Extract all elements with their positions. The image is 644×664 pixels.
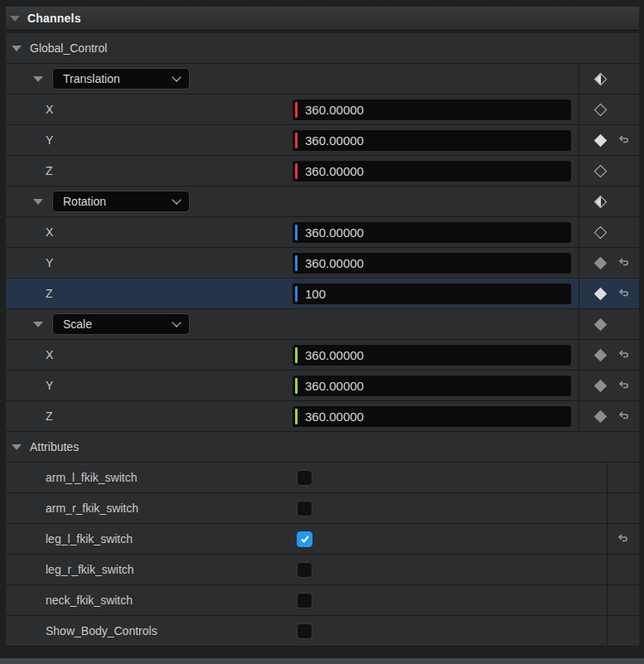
channel-row-scale-x[interactable]: X xyxy=(6,340,639,371)
reset-cell xyxy=(607,555,639,584)
channel-row-translation-x[interactable]: X xyxy=(6,95,639,125)
collapse-arrow-icon[interactable] xyxy=(12,444,22,450)
collapse-arrow-icon[interactable] xyxy=(33,322,43,327)
group-row-attributes[interactable]: Attributes xyxy=(6,432,639,463)
collapse-arrow-icon[interactable] xyxy=(12,46,22,51)
channel-color-bar xyxy=(295,378,298,394)
value-field[interactable] xyxy=(292,252,572,274)
channel-row-scale-z[interactable]: Z xyxy=(6,401,639,432)
keyframe-diamond-icon[interactable] xyxy=(594,317,608,331)
checkbox[interactable] xyxy=(297,562,312,578)
attribute-row-leg-l-fkik-switch[interactable]: leg_l_fkik_switch xyxy=(6,524,639,555)
keyframe-diamond-icon[interactable] xyxy=(594,195,608,208)
channel-row-scale-y[interactable]: Y xyxy=(6,371,639,401)
keyframe-cell xyxy=(579,187,639,216)
channel-color-bar xyxy=(295,255,298,271)
group-row-global-control[interactable]: Global_Control xyxy=(6,33,639,64)
collapse-arrow-icon[interactable] xyxy=(33,76,43,82)
value-input[interactable] xyxy=(305,164,537,178)
value-input[interactable] xyxy=(305,287,537,301)
channel-row-rotation-x[interactable]: X xyxy=(6,217,639,248)
group-label: Global_Control xyxy=(30,41,107,55)
chevron-down-icon xyxy=(172,317,181,327)
group-label: Attributes xyxy=(30,440,79,453)
keyframe-diamond-icon[interactable] xyxy=(594,133,608,147)
keyframe-diamond-icon[interactable] xyxy=(594,410,608,423)
checkbox[interactable] xyxy=(297,501,312,516)
reset-cell xyxy=(607,524,639,554)
panel-title: Channels xyxy=(27,12,81,25)
value-input[interactable] xyxy=(305,348,537,362)
checkbox[interactable] xyxy=(297,470,312,486)
value-field[interactable] xyxy=(292,375,572,397)
checkbox[interactable] xyxy=(297,531,312,547)
keyframe-diamond-icon[interactable] xyxy=(594,256,608,269)
reset-icon[interactable] xyxy=(617,135,631,145)
channel-color-bar xyxy=(295,102,298,118)
reset-icon[interactable] xyxy=(617,380,631,390)
translation-header-row[interactable]: Translation xyxy=(6,64,639,95)
rotation-header-row[interactable]: Rotation xyxy=(6,187,639,217)
keyframe-cell xyxy=(579,371,639,400)
value-input[interactable] xyxy=(305,379,537,393)
reset-icon[interactable] xyxy=(617,288,631,298)
attribute-row-show-body-controls[interactable]: Show_Body_Controls xyxy=(6,616,639,647)
channels-section-header[interactable]: Channels xyxy=(6,7,639,31)
value-field[interactable] xyxy=(292,99,572,121)
reset-icon[interactable] xyxy=(617,258,631,268)
channels-panel: Channels Global_Control Translation X xyxy=(0,0,644,664)
chevron-down-icon xyxy=(172,72,181,81)
value-field[interactable] xyxy=(292,221,572,244)
value-input[interactable] xyxy=(305,410,537,424)
horizontal-scrollbar[interactable] xyxy=(0,658,644,664)
axis-label: Y xyxy=(6,256,292,269)
reset-icon[interactable] xyxy=(617,534,630,544)
value-input[interactable] xyxy=(305,133,537,148)
keyframe-cell xyxy=(579,309,639,339)
keyframe-diamond-icon[interactable] xyxy=(594,164,608,177)
channel-row-translation-z[interactable]: Z xyxy=(6,156,639,187)
value-input[interactable] xyxy=(305,225,537,240)
value-field[interactable] xyxy=(292,283,572,305)
value-input[interactable] xyxy=(305,103,537,117)
keyframe-diamond-icon[interactable] xyxy=(594,103,608,116)
channel-row-rotation-z[interactable]: Z xyxy=(6,279,639,309)
keyframe-cell xyxy=(579,156,639,186)
reset-icon[interactable] xyxy=(617,411,631,421)
keyframe-diamond-icon[interactable] xyxy=(594,72,608,85)
channel-color-bar xyxy=(295,286,298,302)
scale-header-row[interactable]: Scale xyxy=(6,309,639,340)
scale-dropdown[interactable]: Scale xyxy=(52,313,190,335)
reset-cell xyxy=(607,616,639,646)
rotation-dropdown[interactable]: Rotation xyxy=(52,191,190,212)
channel-row-translation-y[interactable]: Y xyxy=(6,125,639,156)
collapse-arrow-icon[interactable] xyxy=(33,199,43,205)
attribute-row-arm-r-fkik-switch[interactable]: arm_r_fkik_switch xyxy=(6,493,639,524)
keyframe-diamond-icon[interactable] xyxy=(594,379,608,392)
reset-cell xyxy=(607,493,639,523)
channel-color-bar xyxy=(295,347,298,363)
attribute-row-leg-r-fkik-switch[interactable]: leg_r_fkik_switch xyxy=(6,555,639,585)
value-field[interactable] xyxy=(292,160,572,182)
collapse-arrow-icon[interactable] xyxy=(10,16,20,22)
value-field[interactable] xyxy=(292,405,572,428)
checkbox[interactable] xyxy=(297,623,312,639)
reset-icon[interactable] xyxy=(617,350,631,360)
keyframe-diamond-icon[interactable] xyxy=(594,287,608,300)
keyframe-diamond-icon[interactable] xyxy=(594,225,608,239)
value-field[interactable] xyxy=(292,129,572,152)
keyframe-cell xyxy=(579,217,639,247)
axis-label: Y xyxy=(6,133,292,147)
keyframe-diamond-icon[interactable] xyxy=(594,348,608,361)
translation-dropdown[interactable]: Translation xyxy=(52,68,190,90)
attribute-row-arm-l-fkik-switch[interactable]: arm_l_fkik_switch xyxy=(6,463,639,493)
axis-label: Z xyxy=(6,410,292,423)
value-input[interactable] xyxy=(305,256,537,270)
attribute-row-neck-fkik-switch[interactable]: neck_fkik_switch xyxy=(6,585,639,616)
value-field[interactable] xyxy=(292,344,572,366)
axis-label: X xyxy=(6,225,292,239)
channel-color-bar xyxy=(295,225,298,240)
channel-row-rotation-y[interactable]: Y xyxy=(6,248,639,279)
checkbox[interactable] xyxy=(297,593,312,608)
channel-color-bar xyxy=(295,163,298,179)
